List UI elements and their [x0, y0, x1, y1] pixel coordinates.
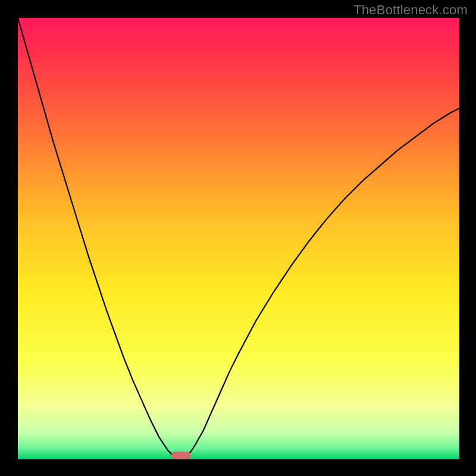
chart-root: TheBottleneck.com: [0, 0, 476, 476]
bottleneck-curve: [18, 18, 459, 459]
optimal-marker: [171, 452, 191, 459]
plot-area: [18, 18, 459, 459]
curve-path: [18, 18, 459, 459]
watermark-text: TheBottleneck.com: [353, 2, 468, 18]
